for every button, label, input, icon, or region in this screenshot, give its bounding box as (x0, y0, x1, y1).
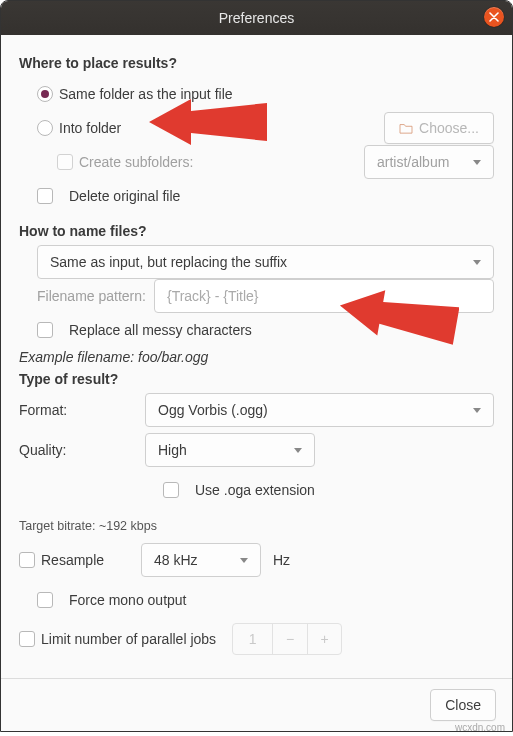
checkbox-create-subfolders[interactable] (57, 154, 73, 170)
stepper-minus[interactable]: − (273, 624, 307, 654)
radio-into-folder-label: Into folder (59, 120, 121, 136)
close-icon (489, 12, 499, 22)
jobs-stepper[interactable]: 1 − + (232, 623, 342, 655)
titlebar: Preferences (1, 1, 512, 35)
subfolder-pattern-select[interactable]: artist/album (364, 145, 494, 179)
delete-original-label: Delete original file (69, 188, 180, 204)
use-oga-label: Use .oga extension (195, 482, 315, 498)
chevron-down-icon (473, 160, 481, 165)
chevron-down-icon (240, 558, 248, 563)
target-bitrate: Target bitrate: ~192 kbps (19, 519, 494, 533)
resample-label: Resample (41, 552, 104, 568)
jobs-value: 1 (233, 624, 273, 654)
format-label: Format: (19, 402, 129, 418)
watermark: wcxdn.com (455, 722, 505, 733)
filename-pattern-value: {Track} - {Title} (167, 288, 259, 304)
chevron-down-icon (294, 448, 302, 453)
chevron-down-icon (473, 408, 481, 413)
chevron-down-icon (473, 260, 481, 265)
checkbox-limit-jobs[interactable] (19, 631, 35, 647)
radio-same-folder[interactable] (37, 86, 53, 102)
example-filename: Example filename: foo/bar.ogg (19, 349, 494, 365)
filename-mode-value: Same as input, but replacing the suffix (50, 254, 287, 270)
resample-value: 48 kHz (154, 552, 198, 568)
limit-jobs-label: Limit number of parallel jobs (41, 631, 216, 647)
quality-value: High (158, 442, 187, 458)
radio-same-folder-label: Same folder as the input file (59, 86, 233, 102)
choose-folder-label: Choose... (419, 120, 479, 136)
window-title: Preferences (219, 10, 294, 26)
folder-icon (399, 122, 413, 134)
filename-pattern-label: Filename pattern: (37, 288, 146, 304)
quality-label: Quality: (19, 442, 129, 458)
close-button[interactable]: Close (430, 689, 496, 721)
force-mono-label: Force mono output (69, 592, 187, 608)
checkbox-force-mono[interactable] (37, 592, 53, 608)
replace-messy-label: Replace all messy characters (69, 322, 252, 338)
section-type-heading: Type of result? (19, 371, 494, 387)
section-name-heading: How to name files? (19, 223, 494, 239)
stepper-plus[interactable]: + (307, 624, 341, 654)
checkbox-use-oga[interactable] (163, 482, 179, 498)
checkbox-replace-messy[interactable] (37, 322, 53, 338)
format-value: Ogg Vorbis (.ogg) (158, 402, 268, 418)
dialog-footer: Close (1, 678, 512, 731)
create-subfolders-label: Create subfolders: (79, 154, 193, 170)
checkbox-resample[interactable] (19, 552, 35, 568)
hz-label: Hz (273, 552, 290, 568)
format-select[interactable]: Ogg Vorbis (.ogg) (145, 393, 494, 427)
filename-pattern-input[interactable]: {Track} - {Title} (154, 279, 494, 313)
choose-folder-button[interactable]: Choose... (384, 112, 494, 144)
quality-select[interactable]: High (145, 433, 315, 467)
radio-into-folder[interactable] (37, 120, 53, 136)
filename-mode-select[interactable]: Same as input, but replacing the suffix (37, 245, 494, 279)
resample-select[interactable]: 48 kHz (141, 543, 261, 577)
subfolder-pattern-value: artist/album (377, 154, 449, 170)
window-close-button[interactable] (484, 7, 504, 27)
checkbox-delete-original[interactable] (37, 188, 53, 204)
section-place-heading: Where to place results? (19, 55, 494, 71)
close-button-label: Close (445, 697, 481, 713)
